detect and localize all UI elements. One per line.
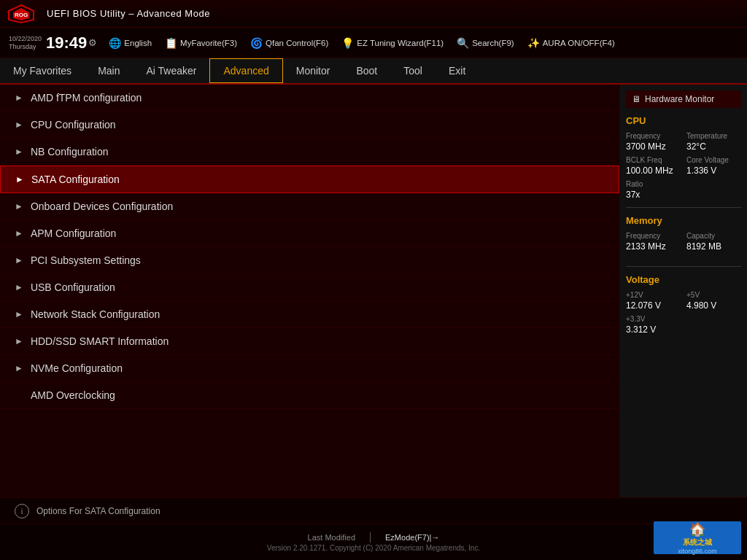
date-display: 10/22/2020 Thursday (9, 35, 42, 51)
menu-usb-config[interactable]: ► USB Configuration (0, 274, 619, 301)
cpu-frequency-value: 3700 MHz (626, 141, 681, 152)
memory-frequency-value: 2133 MHz (626, 241, 681, 252)
voltage-5v-value: 4.980 V (686, 300, 741, 311)
rog-logo-icon: ROG (7, 4, 35, 24)
menu-item-label: USB Configuration (31, 281, 115, 293)
topbar-ez-tuning[interactable]: 💡 EZ Tuning Wizard(F11) (341, 37, 444, 49)
search-icon: 🔍 (457, 37, 469, 49)
menu-item-label: SATA Configuration (31, 174, 120, 185)
aura-icon: ✨ (527, 37, 540, 49)
memory-section-title: Memory (626, 215, 741, 226)
arrow-icon: ► (15, 363, 23, 373)
menu-item-label: PCI Subsystem Settings (31, 254, 141, 266)
voltage-5v-col: +5V 4.980 V (686, 291, 741, 311)
topbar-qfan[interactable]: 🌀 Qfan Control(F6) (250, 37, 328, 49)
arrow-icon: ► (15, 336, 23, 346)
footer: Last Modified EzMode(F7)|→ Version 2.20.… (0, 524, 747, 560)
cpu-freq-temp-row: Frequency 3700 MHz Temperature 32°C (626, 132, 741, 152)
cpu-bclk-value: 100.00 MHz (626, 166, 681, 176)
menu-pci-subsystem[interactable]: ► PCI Subsystem Settings (0, 247, 619, 274)
topbar-language[interactable]: 🌐 English (109, 37, 152, 49)
menu-amd-oc[interactable]: ► AMD Overclocking (0, 382, 619, 409)
arrow-icon: ► (15, 120, 23, 130)
menu-apm-config[interactable]: ► APM Configuration (0, 220, 619, 247)
voltage-section-title: Voltage (626, 274, 741, 285)
topbar: 10/22/2020 Thursday 19:49 ⚙ 🌐 English 📋 … (0, 28, 747, 58)
footer-bar: Last Modified EzMode(F7)|→ (308, 532, 440, 542)
voltage-12v-col: +12V 12.076 V (626, 291, 681, 311)
topbar-search[interactable]: 🔍 Search(F9) (457, 37, 514, 49)
cpu-bclk-label: BCLK Freq (626, 156, 681, 164)
settings-icon[interactable]: ⚙ (88, 37, 97, 48)
memory-capacity-value: 8192 MB (686, 241, 741, 252)
voltage-33v-value: 3.312 V (626, 324, 741, 335)
arrow-icon: ► (15, 309, 23, 319)
watermark-text: 系统之城 (683, 537, 712, 548)
voltage-12v-5v-row: +12V 12.076 V +5V 4.980 V (626, 291, 741, 311)
menu-nvme-config[interactable]: ► NVMe Configuration (0, 355, 619, 382)
globe-icon: 🌐 (109, 37, 121, 49)
voltage-12v-label: +12V (626, 291, 681, 299)
logo-area: ROG (7, 4, 35, 24)
menu-item-label: APM Configuration (31, 228, 117, 239)
info-icon: i (15, 504, 29, 518)
arrow-icon: ► (15, 282, 23, 292)
main-content: ► AMD fTPM configuration ► CPU Configura… (0, 85, 747, 497)
time-display: 19:49 (46, 35, 87, 51)
memory-frequency-label: Frequency (626, 232, 681, 240)
arrow-icon: ► (15, 201, 23, 211)
cpu-frequency-label: Frequency (626, 132, 681, 140)
topbar-aura[interactable]: ✨ AURA ON/OFF(F4) (527, 37, 615, 49)
ez-mode-label[interactable]: EzMode(F7)|→ (385, 533, 439, 542)
menu-network-stack[interactable]: ► Network Stack Configuration (0, 301, 619, 328)
nav-boot[interactable]: Boot (343, 58, 390, 83)
menu-onboard-devices[interactable]: ► Onboard Devices Configuration (0, 193, 619, 220)
menu-item-label: HDD/SSD SMART Information (31, 335, 169, 347)
cpu-memory-divider (626, 207, 741, 208)
nav-menu: My Favorites Main Ai Tweaker Advanced Mo… (0, 58, 747, 85)
cpu-ratio-label: Ratio (626, 180, 741, 188)
voltage-33v-label: +3.3V (626, 315, 741, 323)
favorite-icon: 📋 (165, 37, 177, 49)
cpu-temperature-value: 32°C (686, 141, 741, 152)
memory-capacity-label: Capacity (686, 232, 741, 240)
left-panel: ► AMD fTPM configuration ► CPU Configura… (0, 85, 619, 497)
monitor-icon: 🖥 (632, 94, 640, 104)
nav-advanced[interactable]: Advanced (209, 58, 282, 83)
aura-label: AURA ON/OFF(F4) (543, 39, 615, 47)
arrow-icon: ► (15, 255, 23, 265)
watermark-icon: 🏠 (689, 521, 705, 537)
menu-item-label: NB Configuration (31, 146, 109, 158)
menu-hdd-smart[interactable]: ► HDD/SSD SMART Information (0, 328, 619, 355)
search-label: Search(F9) (472, 39, 514, 47)
menu-amd-ftpm[interactable]: ► AMD fTPM configuration (0, 85, 619, 112)
arrow-icon: ► (15, 147, 23, 157)
footer-copyright: Version 2.20.1271. Copyright (C) 2020 Am… (267, 544, 480, 552)
menu-item-label: AMD Overclocking (31, 389, 115, 401)
voltage-12v-value: 12.076 V (626, 300, 681, 311)
nav-my-favorites[interactable]: My Favorites (0, 58, 85, 83)
status-bar: i Options For SATA Configuration (0, 497, 747, 524)
menu-item-label: AMD fTPM configuration (31, 92, 142, 104)
footer-divider (370, 532, 371, 542)
topbar-myfavorite[interactable]: 📋 MyFavorite(F3) (165, 37, 237, 49)
voltage-33v-row: +3.3V 3.312 V (626, 315, 741, 335)
nav-main[interactable]: Main (85, 58, 133, 83)
app-title: UEFI BIOS Utility – Advanced Mode (47, 8, 210, 19)
nav-exit[interactable]: Exit (436, 58, 479, 83)
memory-capacity-col: Capacity 8192 MB (686, 232, 741, 252)
nav-ai-tweaker[interactable]: Ai Tweaker (133, 58, 209, 83)
menu-nb-config[interactable]: ► NB Configuration (0, 139, 619, 166)
nav-monitor[interactable]: Monitor (283, 58, 344, 83)
menu-cpu-config[interactable]: ► CPU Configuration (0, 112, 619, 139)
cpu-ratio-row: Ratio 37x (626, 180, 741, 200)
menu-sata-config[interactable]: ► SATA Configuration (0, 166, 619, 193)
menu-item-label: Onboard Devices Configuration (31, 201, 173, 212)
memory-frequency-col: Frequency 2133 MHz (626, 232, 681, 252)
memory-voltage-divider (626, 266, 741, 267)
cpu-core-voltage-label: Core Voltage (686, 156, 741, 164)
menu-item-label: CPU Configuration (31, 119, 116, 131)
cpu-core-voltage-value: 1.336 V (686, 166, 741, 176)
fan-icon: 🌀 (250, 37, 263, 49)
nav-tool[interactable]: Tool (390, 58, 436, 83)
